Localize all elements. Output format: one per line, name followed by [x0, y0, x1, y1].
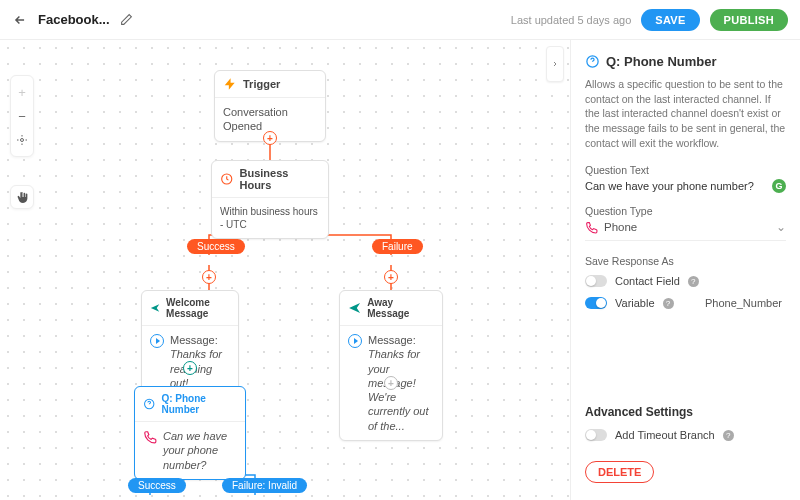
- node-body: Message: Thanks for reaching out!: [170, 333, 230, 390]
- node-welcome[interactable]: Welcome Message Message: Thanks for reac…: [141, 290, 239, 398]
- add-step-button[interactable]: +: [384, 270, 398, 284]
- node-phone-question[interactable]: Q: Phone Number Can we have your phone n…: [134, 386, 246, 480]
- question-text-input[interactable]: Can we have your phone number?: [585, 180, 754, 192]
- node-title: Q: Phone Number: [161, 393, 237, 415]
- node-body: Can we have your phone number?: [163, 429, 237, 472]
- send-icon: [150, 301, 160, 315]
- node-title: Away Message: [367, 297, 434, 319]
- question-type-label: Question Type: [585, 205, 786, 217]
- node-title: Trigger: [243, 78, 280, 90]
- clock-icon: [220, 172, 233, 186]
- question-text-label: Question Text: [585, 164, 786, 176]
- branch-failure[interactable]: Failure: [372, 239, 423, 254]
- branch-q-failure[interactable]: Failure: Invalid: [222, 478, 307, 493]
- edit-icon[interactable]: [120, 13, 134, 27]
- panel-title: Q: Phone Number: [606, 54, 717, 69]
- workflow-canvas[interactable]: + − Trigger Conversation Opened + Busine…: [0, 40, 570, 500]
- contact-field-toggle[interactable]: [585, 275, 607, 287]
- zoom-tools: + −: [10, 75, 34, 157]
- last-updated: Last updated 5 days ago: [511, 14, 631, 26]
- bolt-icon: [223, 77, 237, 91]
- node-business-hours[interactable]: Business Hours Within business hours - U…: [211, 160, 329, 239]
- fit-button[interactable]: [10, 128, 34, 152]
- message-icon: [348, 334, 362, 348]
- help-icon[interactable]: ?: [723, 430, 734, 441]
- svg-point-0: [21, 139, 24, 142]
- variable-label: Variable: [615, 297, 655, 309]
- phone-icon: [585, 221, 598, 234]
- timeout-label: Add Timeout Branch: [615, 429, 715, 441]
- add-step-button[interactable]: +: [202, 270, 216, 284]
- save-button[interactable]: SAVE: [641, 9, 699, 31]
- node-title: Business Hours: [239, 167, 320, 191]
- node-body: Message: Thanks for your message! We're …: [368, 333, 434, 433]
- branch-q-success[interactable]: Success: [128, 478, 186, 493]
- save-response-label: Save Response As: [585, 255, 786, 267]
- publish-button[interactable]: PUBLISH: [710, 9, 788, 31]
- zoom-out-button[interactable]: −: [10, 104, 34, 128]
- variable-name-input[interactable]: Phone_Number: [705, 297, 786, 309]
- add-step-button[interactable]: +: [183, 361, 197, 375]
- phone-icon: [143, 430, 157, 444]
- collapse-panel-button[interactable]: [546, 46, 564, 82]
- pan-tool[interactable]: [10, 185, 34, 209]
- timeout-toggle[interactable]: [585, 429, 607, 441]
- delete-button[interactable]: DELETE: [585, 461, 654, 483]
- panel-description: Allows a specific question to be sent to…: [585, 77, 786, 150]
- contact-field-label: Contact Field: [615, 275, 680, 287]
- node-title: Welcome Message: [166, 297, 230, 319]
- node-body: Within business hours - UTC: [212, 198, 328, 238]
- back-arrow[interactable]: [12, 12, 28, 28]
- add-step-button[interactable]: +: [384, 376, 398, 390]
- advanced-settings-header: Advanced Settings: [585, 405, 786, 419]
- question-icon: [143, 397, 155, 411]
- variable-toggle[interactable]: [585, 297, 607, 309]
- question-type-select[interactable]: Phone ⌄: [585, 220, 786, 241]
- grammarly-icon[interactable]: G: [772, 179, 786, 193]
- branch-success[interactable]: Success: [187, 239, 245, 254]
- help-icon[interactable]: ?: [688, 276, 699, 287]
- node-away[interactable]: Away Message Message: Thanks for your me…: [339, 290, 443, 441]
- send-icon: [348, 301, 361, 315]
- zoom-in-button[interactable]: +: [10, 80, 34, 104]
- add-step-button[interactable]: +: [263, 131, 277, 145]
- help-icon[interactable]: ?: [663, 298, 674, 309]
- workflow-title: Facebook...: [38, 12, 110, 27]
- question-icon: [585, 54, 600, 69]
- message-icon: [150, 334, 164, 348]
- properties-panel: Q: Phone Number Allows a specific questi…: [570, 40, 800, 500]
